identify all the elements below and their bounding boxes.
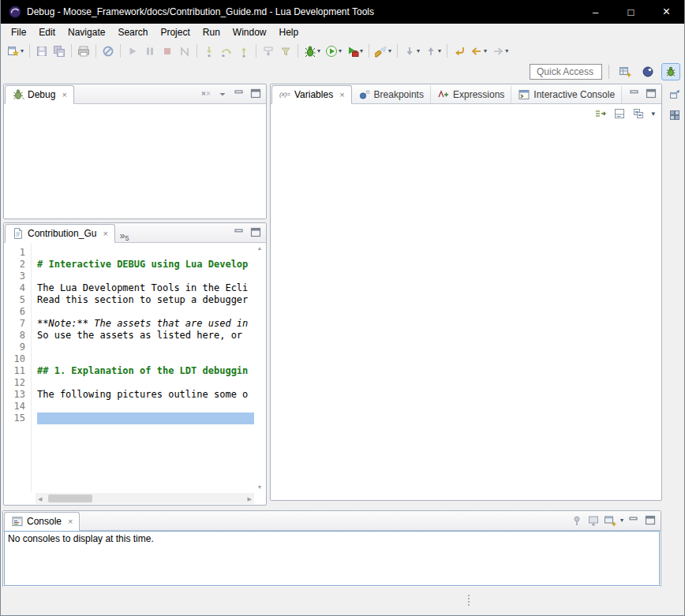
editor-content[interactable]: 123456789101112131415 # Interactive DEBU… xyxy=(5,243,254,492)
menu-help[interactable]: Help xyxy=(273,24,305,40)
external-tools-button[interactable]: ▾ xyxy=(344,43,365,60)
code-line-8[interactable]: So use the assets as listed here, or xyxy=(37,330,254,342)
tab-breakpoints[interactable]: Breakpoints xyxy=(352,86,431,103)
editor-tab-overflow[interactable]: »5 xyxy=(115,228,134,242)
pin-console-button[interactable] xyxy=(571,514,583,527)
minimize-view-button[interactable] xyxy=(628,88,641,100)
editor-vertical-scrollbar[interactable]: ▲ ▼ xyxy=(254,243,265,492)
dropdown-arrow-icon[interactable]: ▾ xyxy=(388,48,391,54)
restore-outline-button[interactable] xyxy=(668,109,681,121)
minimize-view-button[interactable] xyxy=(627,514,640,527)
previous-annotation-button[interactable]: ▾ xyxy=(422,43,444,60)
code-line-1[interactable] xyxy=(37,247,254,259)
maximize-view-button[interactable] xyxy=(645,88,657,100)
code-line-6[interactable] xyxy=(37,306,254,318)
scroll-down-icon[interactable]: ▼ xyxy=(257,484,263,490)
maximize-view-button[interactable] xyxy=(249,226,262,239)
menu-edit[interactable]: Edit xyxy=(32,24,62,40)
open-perspective-button[interactable] xyxy=(616,63,634,80)
scroll-up-icon[interactable]: ▲ xyxy=(257,245,263,251)
menu-search[interactable]: Search xyxy=(111,24,154,40)
next-annotation-button[interactable]: ▾ xyxy=(401,43,422,60)
menu-navigate[interactable]: Navigate xyxy=(62,24,111,40)
debug-button[interactable]: ▾ xyxy=(301,43,323,60)
minimize-view-button[interactable] xyxy=(233,88,245,100)
ldt-perspective-button[interactable] xyxy=(638,63,657,80)
maximize-window-button[interactable]: □ xyxy=(613,0,649,24)
variables-content[interactable] xyxy=(271,123,661,500)
maximize-view-button[interactable] xyxy=(644,514,657,527)
new-button[interactable]: ▾ xyxy=(5,43,26,60)
drop-to-frame-button[interactable] xyxy=(260,43,277,60)
drag-handle[interactable] xyxy=(468,595,470,606)
skip-breakpoints-button[interactable] xyxy=(99,43,117,60)
tab-expressions[interactable]: Expressions xyxy=(431,86,511,103)
detail-pane-button[interactable] xyxy=(613,107,626,120)
print-button[interactable] xyxy=(75,43,92,60)
tab-contribution-guide[interactable]: Contribution_Gu × xyxy=(5,224,115,243)
dropdown-arrow-icon[interactable]: ▾ xyxy=(505,48,508,54)
disconnect-button[interactable] xyxy=(176,43,193,60)
display-selected-console-button[interactable] xyxy=(587,514,600,527)
debug-view-content[interactable] xyxy=(4,104,266,218)
last-edit-location-button[interactable] xyxy=(451,43,468,60)
run-button[interactable]: ▾ xyxy=(323,43,344,60)
tab-debug[interactable]: Debug × xyxy=(5,85,74,104)
code-line-10[interactable] xyxy=(37,353,254,365)
show-logical-structure-button[interactable] xyxy=(594,107,607,120)
scroll-right-icon[interactable]: ▶ xyxy=(248,496,252,502)
save-all-button[interactable] xyxy=(51,43,68,60)
scroll-left-icon[interactable]: ◀ xyxy=(38,496,42,502)
tab-variables[interactable]: (x)=Variables× xyxy=(271,85,352,104)
menu-run[interactable]: Run xyxy=(197,24,226,40)
dropdown-arrow-icon[interactable]: ▾ xyxy=(339,48,342,54)
code-line-12[interactable] xyxy=(37,377,254,389)
dropdown-arrow-icon[interactable]: ▾ xyxy=(317,48,320,54)
close-window-button[interactable]: × xyxy=(649,0,684,24)
dropdown-arrow-icon[interactable]: ▾ xyxy=(484,48,487,54)
save-button[interactable] xyxy=(33,43,51,60)
dropdown-arrow-icon[interactable]: ▾ xyxy=(417,48,420,54)
code-line-9[interactable] xyxy=(37,342,254,353)
maximize-view-button[interactable] xyxy=(249,88,262,100)
remove-terminated-launches-button[interactable] xyxy=(200,88,212,100)
forward-button[interactable]: ▾ xyxy=(489,43,511,60)
step-over-button[interactable] xyxy=(218,43,235,60)
scrollbar-thumb[interactable] xyxy=(48,495,92,502)
open-console-button[interactable] xyxy=(604,514,616,527)
view-menu-button[interactable] xyxy=(216,88,229,100)
quick-access-box[interactable]: Quick Access xyxy=(530,64,602,80)
minimize-window-button[interactable]: – xyxy=(578,0,613,24)
back-button[interactable]: ▾ xyxy=(468,43,489,60)
close-tab-icon[interactable]: × xyxy=(68,517,73,526)
dropdown-arrow-icon[interactable]: ▾ xyxy=(438,48,441,54)
step-return-button[interactable] xyxy=(235,43,253,60)
open-console-dropdown-icon[interactable]: ▾ xyxy=(620,517,623,524)
code-line-5[interactable]: Read this section to setup a debugger xyxy=(37,294,254,306)
view-menu-button[interactable]: ▾ xyxy=(651,110,655,118)
use-step-filters-button[interactable] xyxy=(277,43,294,60)
code-line-11[interactable]: ## 1. Explanation of the LDT debuggin xyxy=(37,365,254,377)
tab-console[interactable]: Console × xyxy=(4,512,80,531)
suspend-button[interactable] xyxy=(141,43,159,60)
menu-file[interactable]: File xyxy=(5,24,32,40)
close-tab-icon[interactable]: × xyxy=(339,91,344,99)
close-tab-icon[interactable]: × xyxy=(103,230,107,238)
search-button[interactable]: ▾ xyxy=(372,43,394,60)
collapse-all-button[interactable] xyxy=(632,107,645,120)
resume-button[interactable] xyxy=(124,43,141,60)
menu-project[interactable]: Project xyxy=(154,24,196,40)
minimize-view-button[interactable] xyxy=(233,226,245,239)
tab-interactive-console[interactable]: Interactive Console xyxy=(511,86,622,103)
menu-window[interactable]: Window xyxy=(226,24,273,40)
code-line-4[interactable]: The Lua Development Tools in the Ecli xyxy=(37,282,254,294)
close-tab-icon[interactable]: × xyxy=(62,91,66,99)
dropdown-arrow-icon[interactable]: ▾ xyxy=(21,48,24,54)
code-line-2[interactable]: # Interactive DEBUG using Lua Develop xyxy=(37,259,254,271)
code-line-15[interactable] xyxy=(37,413,254,424)
code-line-13[interactable]: The following pictures outline some o xyxy=(37,389,254,401)
editor-horizontal-scrollbar[interactable]: ◀ ▶ xyxy=(36,493,254,504)
code-line-7[interactable]: **Note:** The assets that are used in xyxy=(37,318,254,330)
terminate-button[interactable] xyxy=(159,43,176,60)
editor-code[interactable]: # Interactive DEBUG using Lua DevelopThe… xyxy=(37,243,254,424)
